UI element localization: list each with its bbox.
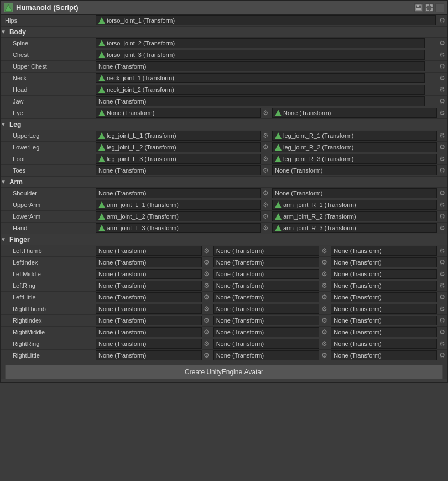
tf1-transform-f6[interactable]: None (Transform) — [96, 316, 202, 325]
right-gear-a2[interactable]: ⚙ — [437, 212, 446, 221]
tf1-gear-f6[interactable]: ⚙ — [202, 316, 211, 325]
arm-section-header[interactable]: ▼ Arm — [1, 177, 447, 188]
tf3-gear-f2[interactable]: ⚙ — [437, 270, 446, 278]
tf2-transform-f9[interactable]: None (Transform) — [213, 350, 320, 360]
right-gear-l2[interactable]: ⚙ — [437, 154, 446, 163]
tf2-gear-f5[interactable]: ⚙ — [320, 304, 329, 313]
row-b3-gear[interactable]: ⚙ — [437, 74, 446, 82]
tf2-transform-f2[interactable]: None (Transform) — [213, 269, 320, 279]
hips-gear[interactable]: ⚙ — [437, 16, 446, 25]
right-transform-l0[interactable]: leg_joint_R_1 (Transform) — [272, 131, 437, 141]
tf1-transform-f8[interactable]: None (Transform) — [96, 339, 202, 349]
left-transform-a2[interactable]: arm_joint_L_2 (Transform) — [96, 211, 261, 221]
tf2-transform-f8[interactable]: None (Transform) — [213, 339, 320, 349]
left-transform-l0[interactable]: leg_joint_L_1 (Transform) — [96, 131, 261, 141]
right-gear-b6[interactable]: ⚙ — [437, 108, 446, 117]
right-transform-b6[interactable]: None (Transform) — [272, 108, 437, 118]
tf2-gear-f7[interactable]: ⚙ — [320, 328, 329, 337]
tf1-transform-f5[interactable]: None (Transform) — [96, 304, 202, 314]
left-transform-a1[interactable]: arm_joint_L_1 (Transform) — [96, 200, 261, 210]
tf1-gear-f3[interactable]: ⚙ — [202, 281, 211, 290]
tf3-gear-f7[interactable]: ⚙ — [437, 328, 446, 337]
tf1-gear-f9[interactable]: ⚙ — [202, 351, 211, 360]
row-b4-gear[interactable]: ⚙ — [437, 85, 446, 94]
left-gear-l0[interactable]: ⚙ — [261, 131, 270, 140]
right-transform-a1[interactable]: arm_joint_R_1 (Transform) — [272, 200, 437, 210]
tf2-transform-f0[interactable]: None (Transform) — [213, 246, 320, 256]
leg-section-header[interactable]: ▼ Leg — [1, 119, 447, 130]
right-transform-l1[interactable]: leg_joint_R_2 (Transform) — [272, 142, 437, 152]
tf3-transform-f3[interactable]: None (Transform) — [331, 281, 437, 291]
left-gear-a0[interactable]: ⚙ — [261, 189, 270, 198]
left-transform-a0[interactable]: None (Transform) — [96, 188, 261, 198]
transform-b2[interactable]: None (Transform) — [96, 61, 425, 71]
tf2-transform-f7[interactable]: None (Transform) — [213, 327, 320, 337]
right-transform-a0[interactable]: None (Transform) — [272, 188, 437, 198]
tf3-transform-f1[interactable]: None (Transform) — [331, 257, 437, 267]
tf3-transform-f0[interactable]: None (Transform) — [331, 246, 437, 256]
tf2-gear-f4[interactable]: ⚙ — [320, 293, 329, 302]
tf1-gear-f4[interactable]: ⚙ — [202, 293, 211, 302]
finger-collapse-triangle[interactable]: ▼ — [1, 236, 6, 242]
tf3-transform-f4[interactable]: None (Transform) — [331, 292, 437, 302]
transform-b3[interactable]: neck_joint_1 (Transform) — [96, 73, 425, 83]
hips-transform[interactable]: torso_joint_1 (Transform) — [96, 15, 436, 25]
tf3-gear-f4[interactable]: ⚙ — [437, 293, 446, 302]
tf1-transform-f0[interactable]: None (Transform) — [96, 246, 202, 256]
right-gear-a1[interactable]: ⚙ — [437, 200, 446, 209]
left-transform-l3[interactable]: None (Transform) — [96, 165, 261, 175]
tf2-gear-f3[interactable]: ⚙ — [320, 281, 329, 290]
tf3-transform-f8[interactable]: None (Transform) — [331, 339, 437, 349]
tf1-transform-f7[interactable]: None (Transform) — [96, 327, 202, 337]
tf1-gear-f1[interactable]: ⚙ — [202, 258, 211, 267]
tf1-transform-f2[interactable]: None (Transform) — [96, 269, 202, 279]
transform-b4[interactable]: neck_joint_2 (Transform) — [96, 85, 425, 95]
tf3-gear-f8[interactable]: ⚙ — [437, 339, 446, 348]
tf2-gear-f9[interactable]: ⚙ — [320, 351, 329, 360]
left-gear-l2[interactable]: ⚙ — [261, 154, 270, 163]
tf1-gear-f2[interactable]: ⚙ — [202, 270, 211, 278]
tf1-transform-f4[interactable]: None (Transform) — [96, 292, 202, 302]
right-transform-l3[interactable]: None (Transform) — [272, 165, 437, 175]
row-b5-gear[interactable]: ⚙ — [437, 97, 446, 106]
right-transform-a2[interactable]: arm_joint_R_2 (Transform) — [272, 211, 437, 221]
left-gear-l1[interactable]: ⚙ — [261, 143, 270, 152]
body-section-header[interactable]: ▼ Body — [1, 27, 447, 38]
row-b0-gear[interactable]: ⚙ — [437, 39, 446, 48]
tf3-gear-f9[interactable]: ⚙ — [437, 351, 446, 360]
tf3-gear-f1[interactable]: ⚙ — [437, 258, 446, 267]
row-b1-gear[interactable]: ⚙ — [437, 50, 446, 59]
tf1-transform-f9[interactable]: None (Transform) — [96, 350, 202, 360]
right-gear-a3[interactable]: ⚙ — [437, 224, 446, 232]
tf2-gear-f6[interactable]: ⚙ — [320, 316, 329, 325]
right-gear-l0[interactable]: ⚙ — [437, 131, 446, 140]
body-collapse-triangle[interactable]: ▼ — [1, 29, 6, 35]
left-transform-l2[interactable]: leg_joint_L_3 (Transform) — [96, 154, 261, 164]
tf1-transform-f3[interactable]: None (Transform) — [96, 281, 202, 291]
tf1-gear-f8[interactable]: ⚙ — [202, 339, 211, 348]
left-transform-l1[interactable]: leg_joint_L_2 (Transform) — [96, 142, 261, 152]
create-avatar-button[interactable]: Create UnityEngine.Avatar — [5, 365, 443, 379]
tf3-transform-f5[interactable]: None (Transform) — [331, 304, 437, 314]
tf2-gear-f8[interactable]: ⚙ — [320, 339, 329, 348]
right-transform-a3[interactable]: arm_joint_R_3 (Transform) — [272, 223, 437, 233]
transform-b5[interactable]: None (Transform) — [96, 96, 425, 106]
leg-collapse-triangle[interactable]: ▼ — [1, 121, 6, 127]
menu-btn[interactable]: ⋮ — [435, 3, 444, 12]
tf2-transform-f6[interactable]: None (Transform) — [213, 316, 320, 325]
tf3-transform-f2[interactable]: None (Transform) — [331, 269, 437, 279]
tf3-gear-f5[interactable]: ⚙ — [437, 304, 446, 313]
tf2-gear-f2[interactable]: ⚙ — [320, 270, 329, 278]
tf1-gear-f5[interactable]: ⚙ — [202, 304, 211, 313]
left-transform-b6[interactable]: None (Transform) — [96, 108, 261, 118]
right-gear-a0[interactable]: ⚙ — [437, 189, 446, 198]
transform-b1[interactable]: torso_joint_3 (Transform) — [96, 50, 425, 60]
tf3-gear-f3[interactable]: ⚙ — [437, 281, 446, 290]
tf2-transform-f5[interactable]: None (Transform) — [213, 304, 320, 314]
right-transform-l2[interactable]: leg_joint_R_3 (Transform) — [272, 154, 437, 164]
tf2-transform-f3[interactable]: None (Transform) — [213, 281, 320, 291]
tf2-transform-f1[interactable]: None (Transform) — [213, 257, 320, 267]
tf3-transform-f7[interactable]: None (Transform) — [331, 327, 437, 337]
tf3-gear-f6[interactable]: ⚙ — [437, 316, 446, 325]
left-gear-a2[interactable]: ⚙ — [261, 212, 270, 221]
